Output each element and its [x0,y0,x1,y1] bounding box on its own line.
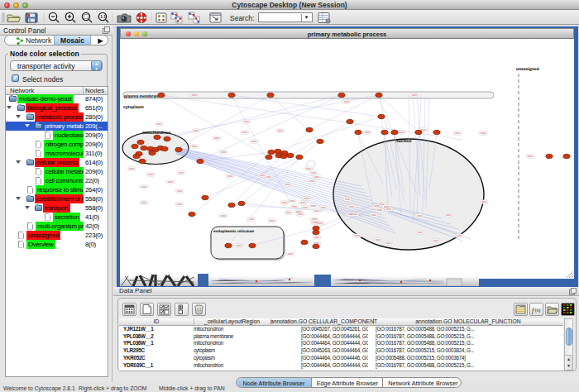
svg-text:plasma membrane: plasma membrane [124,94,160,99]
svg-text:cytoplasm: cytoplasm [123,105,144,110]
svg-text:endoplasmic reticulum: endoplasmic reticulum [213,229,254,233]
svg-text:unassigned: unassigned [516,67,539,72]
svg-text:1:1: 1:1 [100,15,106,19]
svg-text:(x): (x) [535,308,541,313]
